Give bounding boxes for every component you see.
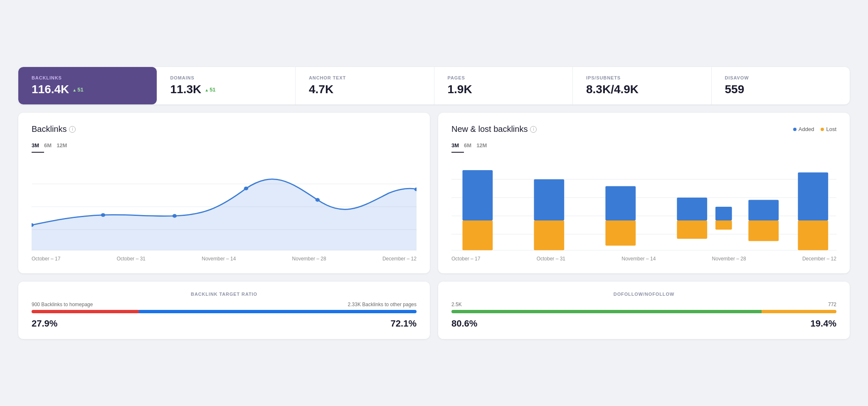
new-lost-chart-header: New & lost backlinks i Added Lost	[451, 124, 836, 134]
bar-chart	[451, 161, 836, 253]
backlinks-x-labels: October – 17 October – 31 November – 14 …	[32, 256, 417, 262]
stat-label-anchor_text: ANCHOR TEXT	[309, 75, 421, 80]
nl-x-label-5: December – 12	[802, 256, 836, 262]
svg-rect-16	[462, 220, 493, 250]
backlinks-chart-card: Backlinks i 3M 6M 12M	[18, 113, 430, 273]
backlink-bar-left	[32, 310, 139, 313]
backlink-bar-track	[32, 310, 417, 313]
bottom-row: BACKLINK TARGET RATIO 900 Backlinks to h…	[18, 282, 850, 339]
x-label-2: October – 31	[117, 256, 145, 262]
backlink-left-label: 900 Backlinks to homepage	[32, 302, 93, 307]
new-lost-time-tabs: 3M 6M 12M	[451, 141, 836, 153]
tab-3m-newlost[interactable]: 3M	[451, 141, 464, 153]
backlinks-title-text: Backlinks	[32, 124, 67, 134]
legend-lost: Lost	[821, 126, 836, 132]
new-lost-chart-card: New & lost backlinks i Added Lost 3M 6M	[438, 113, 850, 273]
stat-label-ips_subnets: IPS/SUBNETS	[586, 75, 698, 80]
stat-delta-backlinks: 51	[72, 87, 83, 93]
backlinks-chart-title: Backlinks i	[32, 124, 76, 134]
legend-added-dot	[793, 128, 796, 131]
stat-value-disavow: 559	[725, 83, 837, 96]
svg-point-7	[244, 187, 249, 191]
tab-12m-backlinks[interactable]: 12M	[57, 141, 72, 153]
svg-point-8	[316, 198, 320, 202]
backlink-target-title: BACKLINK TARGET RATIO	[32, 292, 417, 297]
x-label-3: November – 14	[202, 256, 236, 262]
svg-rect-26	[748, 220, 779, 241]
stat-label-disavow: DISAVOW	[725, 75, 837, 80]
svg-rect-21	[677, 198, 707, 220]
chart-legend: Added Lost	[793, 126, 836, 132]
stat-delta-domains: 51	[205, 87, 215, 93]
svg-rect-19	[605, 186, 636, 221]
dofollow-bar-labels: 2.5K 772	[451, 302, 836, 307]
svg-point-5	[101, 213, 106, 217]
tab-6m-backlinks[interactable]: 6M	[44, 141, 57, 153]
stat-item-anchor_text[interactable]: ANCHOR TEXT 4.7K	[296, 67, 434, 104]
backlink-bar-labels: 900 Backlinks to homepage 2.33K Backlink…	[32, 302, 417, 307]
new-lost-x-labels: October – 17 October – 31 November – 14 …	[451, 256, 836, 262]
legend-lost-label: Lost	[826, 126, 836, 132]
dashboard: BACKLINKS 116.4K 51 DOMAINS 11.3K 51 ANC…	[18, 67, 850, 339]
nl-x-label-2: October – 31	[537, 256, 565, 262]
new-lost-title-text: New & lost backlinks	[451, 124, 528, 134]
line-chart	[32, 161, 417, 253]
backlinks-time-tabs: 3M 6M 12M	[32, 141, 417, 153]
x-label-5: December – 12	[382, 256, 417, 262]
legend-added: Added	[793, 126, 814, 132]
svg-rect-24	[715, 220, 732, 230]
svg-rect-20	[605, 220, 636, 246]
svg-rect-17	[534, 179, 564, 220]
x-label-1: October – 17	[32, 256, 60, 262]
stat-item-ips_subnets[interactable]: IPS/SUBNETS 8.3K/4.9K	[573, 67, 712, 104]
dofollow-bar-right	[762, 310, 836, 313]
backlink-left-value: 27.9%	[32, 318, 57, 329]
stat-value-pages: 1.9K	[448, 83, 560, 96]
dofollow-title: DOFOLLOW/NOFOLLOW	[451, 292, 836, 297]
backlinks-info-icon[interactable]: i	[69, 126, 76, 133]
stat-value-anchor_text: 4.7K	[309, 83, 421, 96]
stat-value-domains: 11.3K 51	[170, 83, 282, 96]
svg-rect-18	[534, 220, 564, 250]
backlink-target-ratio-card: BACKLINK TARGET RATIO 900 Backlinks to h…	[18, 282, 430, 339]
charts-row: Backlinks i 3M 6M 12M	[18, 113, 850, 273]
stat-label-backlinks: BACKLINKS	[32, 75, 143, 80]
backlink-bar-right	[139, 310, 417, 313]
dofollow-bar-track	[451, 310, 836, 313]
dofollow-left-label: 2.5K	[451, 302, 462, 307]
svg-rect-23	[715, 207, 732, 220]
backlinks-chart-header: Backlinks i	[32, 124, 417, 134]
stat-label-domains: DOMAINS	[170, 75, 282, 80]
nl-x-label-4: November – 28	[712, 256, 746, 262]
svg-rect-27	[798, 173, 828, 221]
stats-bar: BACKLINKS 116.4K 51 DOMAINS 11.3K 51 ANC…	[18, 67, 850, 104]
nl-x-label-3: November – 14	[621, 256, 656, 262]
stat-value-ips_subnets: 8.3K/4.9K	[586, 83, 698, 96]
legend-lost-dot	[821, 128, 824, 131]
new-lost-chart-title: New & lost backlinks i	[451, 124, 537, 134]
tab-3m-backlinks[interactable]: 3M	[32, 141, 44, 153]
dofollow-values: 80.6% 19.4%	[451, 318, 836, 329]
stat-item-pages[interactable]: PAGES 1.9K	[434, 67, 573, 104]
backlink-right-label: 2.33K Backlinks to other pages	[348, 302, 417, 307]
svg-rect-22	[677, 220, 707, 239]
stat-item-disavow[interactable]: DISAVOW 559	[712, 67, 850, 104]
dofollow-nofollow-card: DOFOLLOW/NOFOLLOW 2.5K 772 80.6% 19.4%	[438, 282, 850, 339]
dofollow-right-value: 19.4%	[811, 318, 836, 329]
dofollow-right-label: 772	[828, 302, 836, 307]
stat-item-domains[interactable]: DOMAINS 11.3K 51	[157, 67, 296, 104]
nl-x-label-1: October – 17	[451, 256, 480, 262]
new-lost-info-icon[interactable]: i	[530, 126, 537, 133]
dofollow-left-value: 80.6%	[451, 318, 477, 329]
x-label-4: November – 28	[292, 256, 326, 262]
dofollow-bar-left	[451, 310, 762, 313]
svg-rect-28	[798, 220, 828, 250]
tab-12m-newlost[interactable]: 12M	[476, 141, 492, 153]
tab-6m-newlost[interactable]: 6M	[464, 141, 476, 153]
svg-rect-15	[462, 170, 493, 220]
backlink-values: 27.9% 72.1%	[32, 318, 417, 329]
stat-label-pages: PAGES	[448, 75, 560, 80]
svg-point-6	[173, 214, 177, 218]
stat-item-backlinks[interactable]: BACKLINKS 116.4K 51	[18, 67, 157, 104]
backlink-right-value: 72.1%	[391, 318, 417, 329]
